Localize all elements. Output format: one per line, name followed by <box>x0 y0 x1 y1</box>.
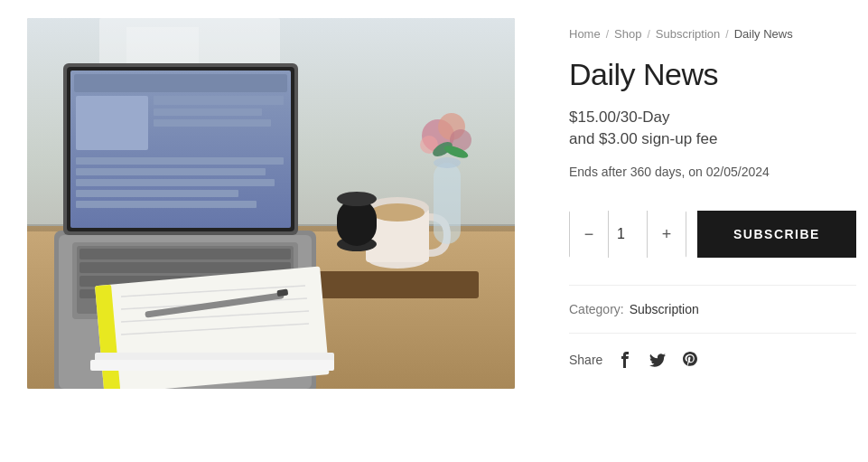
svg-rect-26 <box>298 271 479 298</box>
svg-rect-14 <box>154 119 271 127</box>
facebook-icon[interactable] <box>615 350 635 370</box>
breadcrumb-sep-2: / <box>647 28 649 41</box>
product-title: Daily News <box>569 57 856 92</box>
quantity-control: − + <box>569 211 686 258</box>
breadcrumb-shop[interactable]: Shop <box>614 27 641 41</box>
product-end-date: Ends after 360 days, on 02/05/2024 <box>569 165 856 179</box>
svg-point-30 <box>370 203 425 222</box>
page-container: Home / Shop / Subscription / Daily News … <box>0 0 868 407</box>
svg-point-33 <box>337 192 377 206</box>
product-signup-fee: and $3.00 sign-up fee <box>569 130 856 148</box>
svg-rect-22 <box>79 249 291 259</box>
divider-2 <box>569 333 856 334</box>
share-label: Share <box>569 353 602 367</box>
svg-rect-17 <box>76 179 275 186</box>
breadcrumb-home[interactable]: Home <box>569 27 601 41</box>
svg-rect-23 <box>79 262 291 273</box>
svg-rect-13 <box>154 108 262 116</box>
divider-1 <box>569 285 856 286</box>
breadcrumb-current: Daily News <box>734 27 793 41</box>
pinterest-icon[interactable] <box>680 350 700 370</box>
svg-rect-16 <box>76 168 266 175</box>
subscribe-button[interactable]: SUBSCRIBE <box>697 211 856 258</box>
breadcrumb-sep-1: / <box>606 28 609 41</box>
product-image-section <box>27 18 515 389</box>
svg-rect-10 <box>74 74 287 92</box>
svg-point-35 <box>434 157 461 168</box>
quantity-plus-button[interactable]: + <box>648 211 686 258</box>
svg-rect-51 <box>90 360 334 371</box>
category-row: Category: Subscription <box>569 302 856 316</box>
product-image <box>27 18 515 389</box>
breadcrumb-sep-3: / <box>725 28 728 41</box>
svg-rect-11 <box>76 96 148 150</box>
twitter-icon[interactable] <box>648 350 667 370</box>
quantity-minus-button[interactable]: − <box>570 211 608 258</box>
svg-rect-19 <box>76 201 257 208</box>
svg-rect-18 <box>76 190 238 197</box>
svg-rect-34 <box>434 163 461 244</box>
quantity-input[interactable] <box>608 211 648 258</box>
share-row: Share <box>569 350 856 370</box>
quantity-subscribe-row: − + SUBSCRIBE <box>569 211 856 258</box>
category-link[interactable]: Subscription <box>630 302 699 316</box>
breadcrumb-subscription[interactable]: Subscription <box>656 27 721 41</box>
category-label: Category: <box>569 302 624 316</box>
product-details-section: Home / Shop / Subscription / Daily News … <box>569 18 856 370</box>
svg-rect-12 <box>154 96 284 105</box>
svg-rect-15 <box>76 157 284 165</box>
breadcrumb: Home / Shop / Subscription / Daily News <box>569 27 856 41</box>
product-price: $15.00/30-Day <box>569 108 856 127</box>
